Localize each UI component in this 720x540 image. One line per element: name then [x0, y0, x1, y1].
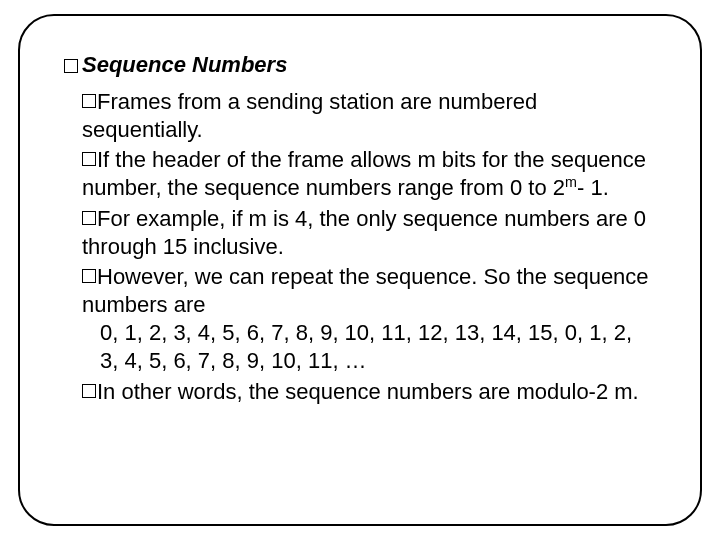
slide-frame: Sequence Numbers Frames from a sending s… — [18, 14, 702, 526]
bullet-3: For example, if m is 4, the only sequenc… — [82, 205, 656, 261]
bullet-4: However, we can repeat the sequence. So … — [82, 263, 656, 376]
bullet-text: Frames from a sending station are number… — [82, 89, 537, 142]
bullet-text: If the header of the frame allows m bits… — [82, 147, 646, 200]
bullet-1: Frames from a sending station are number… — [82, 88, 656, 144]
checkbox-icon — [82, 94, 96, 108]
checkbox-icon — [82, 152, 96, 166]
slide-body: Frames from a sending station are number… — [64, 88, 656, 406]
bullet-text: However, we can repeat the sequence. So … — [82, 264, 649, 317]
slide-title: Sequence Numbers — [82, 52, 287, 78]
checkbox-icon — [82, 269, 96, 283]
checkbox-icon — [82, 384, 96, 398]
checkbox-icon — [64, 59, 78, 73]
bullet-text-b: - 1. — [577, 175, 609, 200]
superscript-m: m — [565, 174, 577, 190]
slide-title-row: Sequence Numbers — [64, 52, 656, 78]
bullet-text: For example, if m is 4, the only sequenc… — [82, 206, 646, 259]
bullet-continuation: 0, 1, 2, 3, 4, 5, 6, 7, 8, 9, 10, 11, 12… — [82, 319, 656, 375]
bullet-5: In other words, the sequence numbers are… — [82, 378, 656, 406]
bullet-text: In other words, the sequence numbers are… — [97, 379, 639, 404]
bullet-text-a: If the header of the frame allows m bits… — [82, 147, 646, 200]
bullet-2: If the header of the frame allows m bits… — [82, 146, 656, 202]
checkbox-icon — [82, 211, 96, 225]
